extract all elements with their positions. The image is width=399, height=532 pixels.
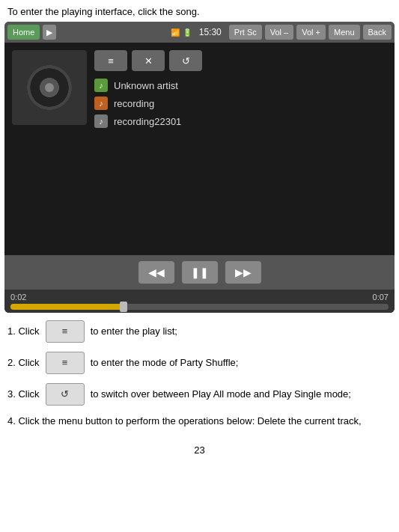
progress-track[interactable]	[10, 304, 389, 310]
disc-graphic	[27, 65, 72, 110]
battery-icon: 🔋	[183, 28, 192, 37]
control-buttons: ≡ ✕ ↺	[94, 50, 387, 71]
right-panel: ≡ ✕ ↺ ♪ Unknown artist ♪ recording ♪ rec…	[94, 50, 387, 128]
top-bar: Home ▶ 📶 🔋 15:30 Prt Sc Vol – Vol + Menu…	[4, 22, 395, 43]
progress-end: 0:07	[373, 293, 389, 302]
signal-icon: 📶	[171, 28, 180, 37]
artist-item: ♪ Unknown artist	[94, 79, 387, 92]
track1-item[interactable]: ♪ recording	[94, 97, 387, 110]
volup-button[interactable]: Vol +	[296, 25, 326, 40]
pause-button[interactable]: ❚❚	[182, 261, 218, 284]
artist-icon: ♪	[94, 79, 108, 92]
shuffle-button[interactable]: ✕	[132, 50, 165, 71]
track1-icon: ♪	[94, 97, 108, 110]
voldown-button[interactable]: Vol –	[265, 25, 293, 40]
album-art	[12, 50, 87, 125]
disc-center	[45, 83, 54, 92]
prev-button[interactable]: ◀◀	[138, 261, 174, 284]
progress-times: 0:02 0:07	[10, 293, 389, 302]
progress-area: 0:02 0:07	[4, 290, 395, 313]
artist-name: Unknown artist	[114, 80, 178, 91]
instruction-1: 1. Click ≡ to enter the play list;	[7, 320, 392, 343]
play-button[interactable]: ▶	[43, 25, 56, 40]
time-display: 15:30	[199, 27, 222, 37]
progress-thumb[interactable]	[120, 302, 127, 312]
progress-fill	[10, 304, 124, 310]
next-button[interactable]: ▶▶	[225, 261, 261, 284]
player-empty-space	[4, 135, 395, 255]
instruction-2: 2. Click ≡ to enter the mode of Party Sh…	[7, 352, 392, 374]
repeat-button[interactable]: ↺	[169, 50, 202, 71]
instr4-text: 4. Click the menu button to perform the …	[7, 415, 362, 428]
instr2-text: to enter the mode of Party Shuffle;	[91, 356, 239, 370]
menu-button[interactable]: Menu	[329, 25, 360, 40]
page-number: 23	[0, 441, 399, 462]
instr3-text: to switch over between Play All mode and…	[91, 388, 351, 401]
track2-label: recording22301	[114, 116, 181, 127]
instruction-4: 4. Click the menu button to perform the …	[7, 415, 392, 428]
instr1-btn: ≡	[46, 320, 85, 343]
device-frame: Home ▶ 📶 🔋 15:30 Prt Sc Vol – Vol + Menu…	[4, 22, 395, 313]
instr3-label: 3. Click	[7, 388, 40, 401]
playlist-button[interactable]: ≡	[94, 50, 127, 71]
intro-text: To enter the playing interface, click th…	[0, 0, 399, 22]
playback-controls: ◀◀ ❚❚ ▶▶	[4, 255, 395, 290]
instr3-btn: ↺	[46, 383, 85, 406]
prtsc-button[interactable]: Prt Sc	[229, 25, 262, 40]
track2-item[interactable]: ♪ recording22301	[94, 114, 387, 128]
instr2-label: 2. Click	[7, 356, 40, 370]
progress-start: 0:02	[10, 293, 26, 302]
instructions: 1. Click ≡ to enter the play list; 2. Cl…	[0, 313, 399, 441]
home-button[interactable]: Home	[7, 25, 40, 40]
instr1-label: 1. Click	[7, 325, 40, 338]
back-button[interactable]: Back	[363, 25, 392, 40]
instr1-text: to enter the play list;	[91, 325, 177, 338]
instruction-3: 3. Click ↺ to switch over between Play A…	[7, 383, 392, 406]
player-content: ≡ ✕ ↺ ♪ Unknown artist ♪ recording ♪ rec…	[4, 43, 395, 135]
instr2-btn: ≡	[46, 352, 85, 374]
track1-label: recording	[114, 98, 154, 109]
track2-icon: ♪	[94, 114, 108, 128]
